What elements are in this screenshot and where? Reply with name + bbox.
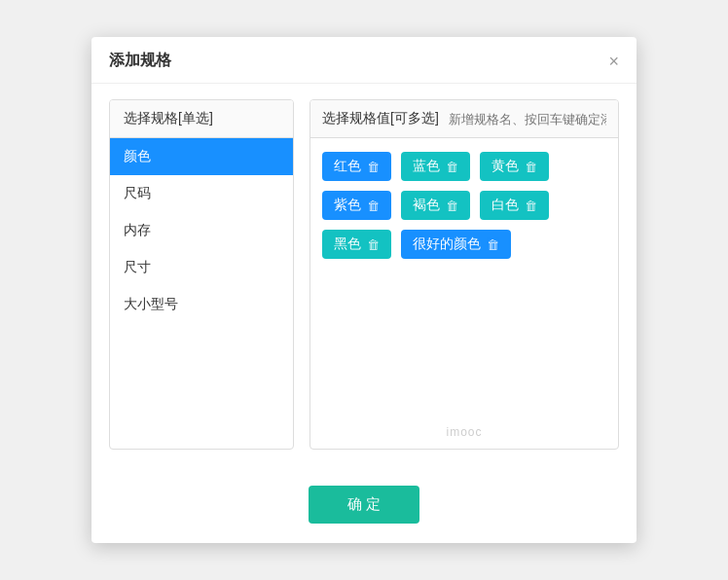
- spec-list-item[interactable]: 尺寸: [110, 249, 293, 286]
- add-spec-dialog: 添加规格 × 选择规格[单选] 颜色尺码内存尺寸大小型号 选择规格值[可多选] …: [91, 37, 637, 543]
- spec-value-tag[interactable]: 白色🗑: [480, 191, 549, 220]
- delete-tag-icon[interactable]: 🗑: [446, 160, 458, 174]
- spec-list-item[interactable]: 颜色: [110, 138, 293, 175]
- spec-value-tag[interactable]: 褐色🗑: [401, 191, 470, 220]
- spec-list-item[interactable]: 尺码: [110, 175, 293, 212]
- right-panel-header: 选择规格值[可多选]: [310, 100, 618, 138]
- delete-tag-icon[interactable]: 🗑: [487, 237, 499, 252]
- close-button[interactable]: ×: [608, 53, 619, 70]
- delete-tag-icon[interactable]: 🗑: [446, 199, 458, 213]
- watermark: imooc: [446, 425, 482, 439]
- dialog-footer: 确 定: [91, 472, 637, 543]
- spec-value-tag[interactable]: 紫色🗑: [322, 191, 391, 220]
- tag-label: 蓝色: [413, 158, 440, 175]
- spec-value-tag[interactable]: 蓝色🗑: [401, 152, 470, 181]
- spec-value-input[interactable]: [449, 112, 606, 127]
- confirm-button[interactable]: 确 定: [309, 486, 419, 524]
- tag-label: 很好的颜色: [413, 236, 481, 253]
- tag-label: 紫色: [334, 197, 361, 214]
- left-panel-header: 选择规格[单选]: [110, 100, 293, 138]
- delete-tag-icon[interactable]: 🗑: [525, 160, 537, 174]
- dialog-header: 添加规格 ×: [91, 37, 637, 84]
- tag-label: 褐色: [413, 197, 440, 214]
- tag-label: 黑色: [334, 236, 361, 253]
- spec-value-tag[interactable]: 红色🗑: [322, 152, 391, 181]
- right-panel: 选择规格值[可多选] 红色🗑蓝色🗑黄色🗑紫色🗑褐色🗑白色🗑黑色🗑很好的颜色🗑im…: [309, 99, 619, 450]
- spec-list-item[interactable]: 内存: [110, 212, 293, 249]
- tag-label: 白色: [491, 197, 519, 214]
- spec-value-tag[interactable]: 黄色🗑: [480, 152, 549, 181]
- spec-value-tag[interactable]: 很好的颜色🗑: [401, 230, 511, 259]
- spec-value-tag[interactable]: 黑色🗑: [322, 230, 391, 259]
- tag-label: 红色: [334, 158, 361, 175]
- tag-container: 红色🗑蓝色🗑黄色🗑紫色🗑褐色🗑白色🗑黑色🗑很好的颜色🗑imooc: [310, 138, 618, 449]
- spec-list-item[interactable]: 大小型号: [110, 286, 293, 323]
- right-panel-title: 选择规格值[可多选]: [322, 110, 439, 127]
- delete-tag-icon[interactable]: 🗑: [367, 160, 380, 174]
- dialog-title: 添加规格: [109, 51, 171, 71]
- delete-tag-icon[interactable]: 🗑: [367, 237, 380, 252]
- delete-tag-icon[interactable]: 🗑: [525, 199, 537, 213]
- tag-label: 黄色: [491, 158, 519, 175]
- dialog-body: 选择规格[单选] 颜色尺码内存尺寸大小型号 选择规格值[可多选] 红色🗑蓝色🗑黄…: [91, 84, 637, 472]
- left-panel: 选择规格[单选] 颜色尺码内存尺寸大小型号: [109, 99, 294, 450]
- spec-list: 颜色尺码内存尺寸大小型号: [110, 138, 293, 323]
- delete-tag-icon[interactable]: 🗑: [367, 199, 380, 213]
